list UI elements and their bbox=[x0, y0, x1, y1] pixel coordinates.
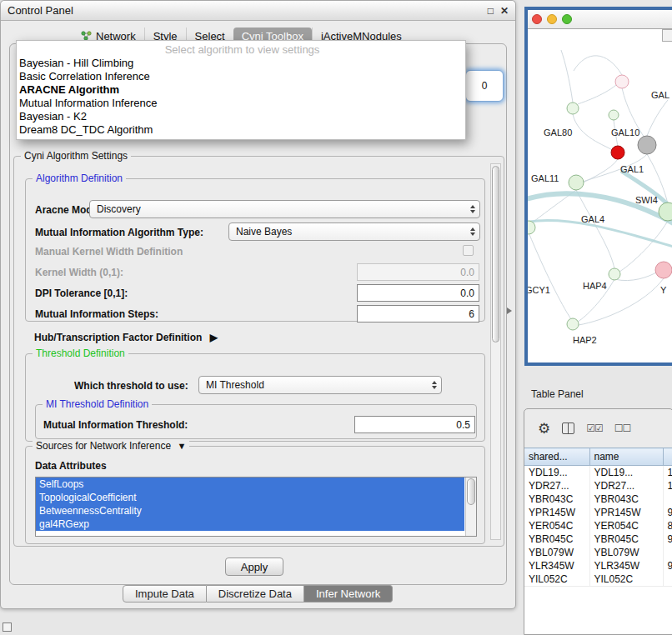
cell[interactable] bbox=[663, 546, 672, 559]
list-scrollbar[interactable] bbox=[465, 478, 476, 536]
aracne-mode-combobox[interactable]: Discovery bbox=[89, 200, 480, 218]
data-attributes-list[interactable]: SelfLoops TopologicalCoefficient Between… bbox=[35, 477, 477, 537]
mi-threshold-field[interactable]: 0.5 bbox=[354, 416, 475, 433]
gear-icon[interactable]: ⚙ bbox=[538, 422, 550, 436]
cell[interactable]: YBL079W bbox=[589, 546, 663, 559]
cell[interactable]: YPR145W bbox=[589, 506, 663, 519]
manual-kernel-checkbox[interactable] bbox=[463, 245, 474, 256]
cell[interactable] bbox=[663, 572, 672, 586]
canvas-scrollbar-stub[interactable] bbox=[662, 29, 672, 42]
control-panel-titlebar[interactable]: Control Panel □ ✕ bbox=[1, 1, 515, 21]
tab-discretize-data[interactable]: Discretize Data bbox=[207, 585, 304, 602]
sources-group-title[interactable]: Sources for Network Inference ▼ bbox=[33, 440, 189, 452]
partial-focused-field[interactable]: 0 bbox=[465, 70, 504, 102]
column-header-partial[interactable] bbox=[663, 448, 672, 466]
cell[interactable]: YER054C bbox=[589, 519, 663, 532]
cell[interactable]: YDL19... bbox=[524, 466, 589, 479]
list-scrollbar-thumb[interactable] bbox=[467, 478, 475, 505]
tab-infer-network[interactable]: Infer Network bbox=[304, 585, 393, 602]
cell[interactable]: YDR27... bbox=[524, 479, 589, 492]
column-header-shared-name[interactable]: shared... bbox=[524, 448, 589, 466]
dropdown-item-dream8[interactable]: Dream8 DC_TDC Algorithm bbox=[17, 123, 465, 137]
cell[interactable]: YER054C bbox=[524, 519, 589, 532]
cell[interactable]: 13 bbox=[663, 466, 672, 479]
list-item-topologicalcoefficient[interactable]: TopologicalCoefficient bbox=[36, 491, 464, 504]
network-node[interactable] bbox=[611, 146, 624, 159]
network-node[interactable] bbox=[567, 318, 579, 330]
table-row[interactable]: YPR145W YPR145W 9. bbox=[524, 506, 672, 519]
dropdown-item-mutual-information[interactable]: Mutual Information Inference bbox=[17, 97, 465, 110]
table-row[interactable]: YBR045C YBR045C 9. bbox=[524, 532, 672, 546]
network-node[interactable] bbox=[528, 221, 535, 234]
mi-steps-field[interactable]: 6 bbox=[357, 305, 479, 322]
network-canvas[interactable]: GAL GAL80 GAL10 GAL11 GAL1 SWI4 GAL4 GCY… bbox=[528, 28, 672, 362]
columns-icon[interactable] bbox=[562, 422, 574, 434]
control-panel-window: Control Panel □ ✕ Network Style bbox=[0, 0, 516, 609]
dpi-tolerance-field[interactable]: 0.0 bbox=[357, 284, 479, 302]
cell[interactable]: YLR345W bbox=[589, 559, 663, 572]
collapsed-panel-icon[interactable] bbox=[3, 622, 12, 632]
cell[interactable]: YBR045C bbox=[589, 532, 663, 546]
table-row[interactable]: YDR27... YDR27... 12 bbox=[524, 479, 672, 492]
node-label: GAL1 bbox=[620, 164, 644, 174]
cell[interactable]: YLR345W bbox=[524, 559, 589, 572]
tab-impute-data[interactable]: Impute Data bbox=[123, 585, 207, 602]
dropdown-item-aracne[interactable]: ARACNE Algorithm bbox=[17, 83, 465, 97]
node-label: GAL bbox=[651, 90, 669, 100]
cell[interactable]: 9. bbox=[663, 506, 672, 519]
which-threshold-combobox[interactable]: MI Threshold bbox=[198, 376, 442, 394]
close-traffic-light-icon[interactable] bbox=[532, 14, 542, 24]
settings-scrollbar[interactable] bbox=[490, 163, 501, 540]
cell[interactable]: YBR045C bbox=[524, 532, 589, 546]
table-row[interactable]: YER054C YER054C 8. bbox=[524, 519, 672, 532]
splitter-handle-icon[interactable] bbox=[507, 308, 512, 314]
network-window-titlebar[interactable] bbox=[528, 10, 672, 28]
cell[interactable]: YBR043C bbox=[589, 492, 663, 506]
table-row[interactable]: YLR345W YLR345W 9. bbox=[524, 559, 672, 572]
desktop: Control Panel □ ✕ Network Style bbox=[0, 0, 672, 635]
cell[interactable]: YBR043C bbox=[524, 492, 589, 506]
dropdown-item-bayesian-hill-climbing[interactable]: Bayesian - Hill Climbing bbox=[17, 57, 465, 70]
column-header-name[interactable]: name bbox=[589, 448, 663, 466]
float-window-icon[interactable]: □ bbox=[488, 5, 494, 17]
mi-type-combobox[interactable]: Naive Bayes bbox=[228, 222, 480, 241]
cell[interactable]: YPR145W bbox=[524, 506, 589, 519]
deselect-all-icon[interactable]: ☐☐ bbox=[614, 422, 631, 434]
cell[interactable]: 8. bbox=[663, 519, 672, 532]
list-item-selfloops[interactable]: SelfLoops bbox=[36, 478, 464, 491]
network-node[interactable] bbox=[615, 75, 629, 88]
cell[interactable]: YIL052C bbox=[589, 572, 663, 586]
list-item-betweennesscentrality[interactable]: BetweennessCentrality bbox=[36, 504, 464, 518]
dropdown-item-bayesian-k2[interactable]: Bayesian - K2 bbox=[17, 110, 465, 123]
zoom-traffic-light-icon[interactable] bbox=[562, 14, 572, 24]
cell[interactable]: YDL19... bbox=[589, 466, 663, 479]
table-panel-title: Table Panel bbox=[531, 388, 584, 400]
cell[interactable]: 9. bbox=[663, 559, 672, 572]
table-row[interactable]: YBR043C YBR043C bbox=[524, 492, 672, 506]
cell[interactable]: YIL052C bbox=[524, 572, 589, 586]
table-row[interactable]: YBL079W YBL079W bbox=[524, 546, 672, 559]
cell[interactable]: 12 bbox=[663, 479, 672, 492]
network-node[interactable] bbox=[569, 175, 584, 190]
dropdown-item-basic-correlation[interactable]: Basic Correlation Inference bbox=[17, 70, 465, 83]
cell[interactable]: YBL079W bbox=[524, 546, 589, 559]
network-node[interactable] bbox=[609, 268, 620, 280]
apply-button[interactable]: Apply bbox=[225, 558, 283, 576]
table-row[interactable]: YIL052C YIL052C bbox=[524, 572, 672, 586]
close-window-icon[interactable]: ✕ bbox=[500, 5, 509, 17]
cell[interactable]: 9. bbox=[663, 532, 672, 546]
network-node[interactable] bbox=[655, 262, 672, 278]
list-item-gal4rgexp[interactable]: gal4RGexp bbox=[36, 518, 464, 531]
table-row[interactable]: YDL19... YDL19... 13 bbox=[524, 466, 672, 479]
network-node[interactable] bbox=[609, 110, 619, 120]
network-node[interactable] bbox=[638, 136, 656, 154]
dropdown-placeholder[interactable]: Select algorithm to view settings bbox=[17, 43, 465, 57]
network-node[interactable] bbox=[567, 102, 579, 114]
cell[interactable] bbox=[663, 492, 672, 506]
kernel-width-field[interactable]: 0.0 bbox=[357, 263, 479, 281]
hub-definition-toggle[interactable]: Hub/Transcription Factor Definition ▶ bbox=[34, 332, 218, 343]
settings-scrollbar-thumb[interactable] bbox=[492, 166, 499, 342]
cell[interactable]: YDR27... bbox=[589, 479, 663, 492]
minimize-traffic-light-icon[interactable] bbox=[547, 14, 557, 24]
select-all-icon[interactable]: ☑☑ bbox=[586, 422, 603, 434]
